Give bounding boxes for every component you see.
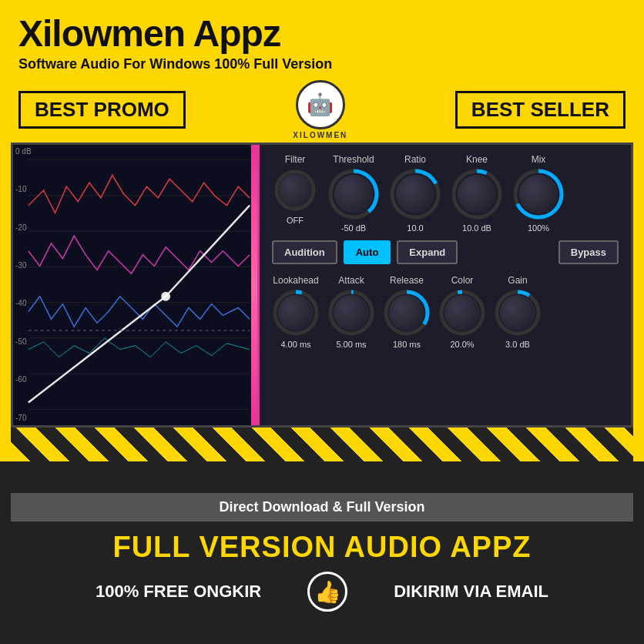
- attack-label: Attack: [338, 275, 364, 286]
- ratio-label: Ratio: [404, 154, 426, 165]
- mix-label: Mix: [532, 154, 546, 165]
- lookahead-value: 4.00 ms: [280, 340, 310, 349]
- release-label: Release: [390, 275, 424, 286]
- release-knob-group: Release 180 ms: [383, 275, 431, 349]
- threshold-knob-inner: [334, 175, 373, 213]
- lookahead-knob-inner: [278, 295, 314, 330]
- pink-level-bar: [251, 145, 257, 425]
- knee-knob-inner: [458, 175, 496, 213]
- mix-knob-group: Mix 100%: [512, 154, 565, 233]
- db-label-0: 0 dB: [13, 148, 34, 156]
- threshold-knob-group: Threshold -50 dB: [327, 154, 380, 233]
- knee-value: 10.0 dB: [462, 223, 491, 233]
- thumbs-up-icon: 👍: [307, 572, 347, 612]
- knobs-row-2: Lookahead 4.00 ms Attack: [272, 275, 619, 349]
- knee-knob-group: Knee 10.0 dB: [451, 154, 503, 233]
- gain-knob-container[interactable]: [494, 289, 542, 337]
- color-label: Color: [451, 275, 474, 286]
- filter-knob-container[interactable]: [273, 168, 317, 213]
- lookahead-knob-container[interactable]: [272, 289, 320, 337]
- color-value: 20.0%: [450, 340, 474, 349]
- stripes-separator: [11, 428, 633, 461]
- attack-knob-inner: [334, 295, 369, 330]
- app-subtitle: Software Audio For Windows 100% Full Ver…: [18, 56, 626, 72]
- svg-rect-0: [13, 145, 257, 425]
- lookahead-label: Lookahead: [273, 275, 318, 286]
- download-text: Direct Download & Full Version: [219, 499, 424, 515]
- gain-knob-group: Gain 3.0 dB: [494, 275, 542, 349]
- waveform-svg: [13, 145, 257, 425]
- main-container: Xilowmen Appz Software Audio For Windows…: [0, 0, 644, 644]
- db-label-30: -30: [13, 262, 34, 270]
- filter-label: Filter: [285, 154, 306, 165]
- ratio-knob-group: Ratio 10.0: [389, 154, 441, 233]
- db-label-60: -60: [13, 376, 34, 384]
- best-promo-badge: BEST PROMO: [18, 91, 186, 129]
- release-knob-container[interactable]: [383, 289, 431, 337]
- header: Xilowmen Appz Software Audio For Windows…: [0, 0, 644, 80]
- release-knob-inner: [389, 295, 424, 330]
- mix-value: 100%: [528, 223, 549, 233]
- audition-button[interactable]: Audition: [272, 240, 337, 264]
- attack-value: 5.00 ms: [336, 340, 366, 349]
- download-bar: Direct Download & Full Version: [11, 493, 633, 522]
- color-knob-container[interactable]: [438, 289, 486, 337]
- lookahead-knob-group: Lookahead 4.00 ms: [272, 275, 320, 349]
- threshold-knob-container[interactable]: [327, 168, 380, 220]
- knee-label: Knee: [466, 154, 488, 165]
- dikirim-item: DIKIRIM VIA EMAIL: [394, 582, 548, 602]
- dikirim-text: DIKIRIM VIA EMAIL: [394, 582, 548, 602]
- db-labels: 0 dB -10 -20 -30 -40 -50 -60 -70: [13, 145, 34, 425]
- svg-point-11: [161, 292, 170, 301]
- expand-button[interactable]: Expand: [397, 240, 458, 264]
- logo-circle: 🤖: [296, 80, 345, 129]
- ratio-knob-inner: [396, 175, 434, 213]
- mix-knob-container[interactable]: [512, 168, 565, 220]
- color-knob-inner: [444, 295, 480, 330]
- logo-text: XILOWMEN: [293, 131, 347, 139]
- db-label-50: -50: [13, 338, 34, 346]
- ratio-value: 10.0: [407, 223, 423, 233]
- buttons-row: Audition Auto Expand Bypass: [272, 240, 619, 264]
- free-ongkir-text: 100% FREE ONGKIR: [96, 582, 261, 602]
- best-seller-badge: BEST SELLER: [455, 91, 626, 129]
- bottom-footer: 100% FREE ONGKIR 👍 DIKIRIM VIA EMAIL: [0, 572, 644, 612]
- mix-knob-inner: [519, 175, 558, 213]
- color-knob-group: Color 20.0%: [438, 275, 486, 349]
- auto-button[interactable]: Auto: [344, 240, 391, 264]
- controls-panel: Filter OFF Threshold: [260, 145, 631, 425]
- free-ongkir-item: 100% FREE ONGKIR: [96, 582, 261, 602]
- app-title: Xilowmen Appz: [18, 14, 626, 55]
- filter-value: OFF: [287, 216, 304, 225]
- release-value: 180 ms: [393, 340, 421, 349]
- bypass-button[interactable]: Bypass: [558, 240, 619, 264]
- gain-label: Gain: [508, 275, 527, 286]
- bottom-section: Direct Download & Full Version FULL VERS…: [0, 461, 644, 644]
- spectrum-panel: 0 dB -10 -20 -30 -40 -50 -60 -70: [13, 145, 260, 425]
- filter-knob-inner: [279, 174, 311, 206]
- filter-knob-group: Filter OFF: [272, 154, 318, 225]
- threshold-value: -50 dB: [341, 223, 366, 233]
- db-label-70: -70: [13, 414, 34, 422]
- logo-center: 🤖 XILOWMEN: [293, 80, 347, 139]
- db-label-40: -40: [13, 300, 34, 307]
- ratio-knob-container[interactable]: [389, 168, 441, 220]
- db-label-10: -10: [13, 186, 34, 193]
- knee-knob-container[interactable]: [451, 168, 503, 220]
- attack-knob-container[interactable]: [327, 289, 375, 337]
- db-label-20: -20: [13, 224, 34, 232]
- promo-row: BEST PROMO 🤖 XILOWMEN BEST SELLER: [0, 80, 644, 139]
- full-version-text: FULL VERSION AUDIO APPZ: [112, 531, 531, 564]
- knobs-row-1: Filter OFF Threshold: [272, 154, 619, 233]
- threshold-label: Threshold: [333, 154, 374, 165]
- logo-icon: 🤖: [307, 94, 334, 116]
- gain-value: 3.0 dB: [505, 340, 530, 349]
- attack-knob-group: Attack 5.00 ms: [327, 275, 375, 349]
- gain-knob-inner: [500, 295, 535, 330]
- plugin-area: 0 dB -10 -20 -30 -40 -50 -60 -70: [11, 143, 633, 428]
